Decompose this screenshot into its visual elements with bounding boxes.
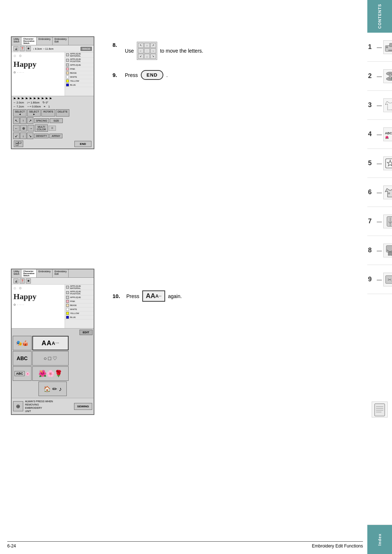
s2-color-blue: BLUE (65, 315, 94, 319)
center-btn[interactable]: ⊕ (20, 125, 27, 131)
selector-panel: EDIT 🎭🎪 AAA··· ABC ○ □ ♡ ABC 🌸 🌺🌸� (12, 328, 94, 398)
arrow-topright[interactable]: ↗ (27, 117, 33, 124)
aaa-button: A A A ··· (142, 290, 165, 302)
bottom-arrow-row: ↙ ↓ ↘ DENSITY ARRAY (13, 133, 92, 139)
arrow-right[interactable]: → (28, 125, 34, 131)
step10-suffix: again. (168, 293, 182, 299)
sel-btn-abc[interactable]: ABC (13, 351, 32, 366)
sidebar-item-6[interactable]: 6 — ✿ (367, 178, 392, 207)
svg-point-2 (386, 46, 388, 48)
x-pos: ↔ 2.0cm (13, 101, 24, 104)
aaa-dots: ··· (159, 294, 162, 298)
x-offset: ↔+ 0.00cm (27, 105, 41, 108)
screen2-canvas: ⊙ ⚙ Happy ✿ ·· ··· ·· (12, 285, 65, 328)
svg-rect-28 (19, 142, 21, 143)
screen-icon-3: 🔳 (26, 46, 31, 51)
tab-utility-stitch-1[interactable]: UtilityStitch (12, 37, 21, 45)
width: ↔ 7.2cm (13, 105, 24, 108)
delete-btn[interactable]: DELETE (56, 109, 69, 117)
step8-number: 8. (113, 42, 121, 48)
sidebar-item-3[interactable]: 3 — (367, 91, 392, 120)
grid-icon-btn[interactable] (14, 140, 23, 147)
spacing-btn[interactable]: SPACING (34, 118, 49, 123)
edit-button[interactable]: EDIT (79, 330, 93, 335)
density-btn[interactable]: DENSITY (34, 134, 49, 138)
tab-character-1[interactable]: CharacterDecorativeStitch (21, 37, 37, 45)
s2-swatch-am (66, 286, 69, 289)
selector-row-2: ABC ○ □ ♡ (13, 351, 93, 366)
color-item-applique-material: APPLIQUEMATERIAL (65, 52, 94, 58)
marker8: ⚑ (41, 97, 44, 101)
label-blue: BLUE (70, 84, 76, 86)
multicolor-btn[interactable]: MULTICOLOR (35, 125, 48, 132)
sidebar-item-9[interactable]: 9 — ✂ · · (367, 265, 392, 294)
sidebar-item-4[interactable]: 4 — ABC 🌺 (367, 120, 392, 149)
sidebar-item-8[interactable]: 8 — (367, 236, 392, 265)
sidebar-item-2[interactable]: 2 — (367, 62, 392, 91)
sel-btn-aaa[interactable]: AAA··· (32, 336, 69, 350)
sidebar-number-8: 8 (368, 247, 375, 254)
label-yellow: YELLOW (70, 80, 79, 82)
selector-row-4: 🏠 ✏ ♪ (13, 382, 93, 396)
contents-tab[interactable]: CONTENTS (367, 0, 392, 33)
sel-btn-hoop[interactable]: 🏠 ✏ ♪ (38, 382, 67, 396)
arrow-down[interactable]: ↓ (20, 133, 26, 139)
tab-embroidery-1[interactable]: Embroidery (37, 37, 53, 45)
tab-embroidery-edit-1[interactable]: EmbroideryEdit (53, 37, 69, 45)
ak-topright: ↗ (150, 43, 156, 48)
tab-embroidery-2[interactable]: Embroidery (37, 269, 53, 277)
measurements-controls-2: ↔ 7.2cm ↔+ 0.00cm ≡ 1 (13, 105, 92, 108)
array-btn[interactable]: ARRAY (49, 134, 62, 138)
sel-btn-shapes[interactable]: ○ □ ♡ (32, 351, 69, 366)
svg-rect-16 (388, 252, 390, 255)
select-left-btn[interactable]: SELECT◄ (13, 109, 26, 117)
sidebar-item-5[interactable]: 5 — (367, 149, 392, 178)
sel-btn-emoji[interactable]: 🎭🎪 (13, 336, 32, 350)
decorative-embroidery-2: ✿ ·· ··· ·· (13, 303, 63, 306)
rotate-btn[interactable]: ROTATE (41, 109, 55, 117)
select-right-btn[interactable]: SELECT► (27, 109, 41, 117)
index-tab[interactable]: Index (367, 525, 392, 554)
color-grid-btn[interactable]: ⊞ (49, 126, 56, 131)
screen1-tabs: UtilityStitch CharacterDecorativeStitch … (12, 37, 94, 45)
label-beige: BEIGE (70, 72, 77, 74)
right-sidebar: CONTENTS 1 — 2 — (367, 0, 392, 554)
step10-content: Press A A A ··· again. (126, 290, 182, 302)
arrow-topleft[interactable]: ↖ (13, 117, 20, 124)
marker3: ⚑ (21, 97, 24, 101)
svg-marker-11 (387, 160, 392, 166)
sidebar-item-1[interactable]: 1 — (367, 33, 392, 62)
tab-embroidery-edit-2[interactable]: EmbroideryEdit (53, 269, 69, 277)
size-btn[interactable]: SIZE (50, 118, 63, 123)
screen1-body: ⊙ ⚙ Happy ✿ ·· ··· ·· APPLIQUEMATERIAL A… (12, 52, 94, 96)
arrow-left[interactable]: ← (13, 125, 20, 131)
edit-btn-row: EDIT (13, 330, 93, 335)
sidebar-number-5: 5 (368, 159, 375, 167)
rotation: ↻ 0° (42, 101, 48, 104)
sidebar-number-3: 3 (368, 101, 375, 109)
page-footer: 6-24 Embroidery Edit Functions (7, 541, 363, 549)
sidebar-number-9: 9 (368, 276, 375, 283)
sidebar-item-7[interactable]: 7 — (367, 207, 392, 236)
decorative-embroidery: ✿ ·· ··· ·· (13, 71, 63, 74)
sel-btn-applique-abc[interactable]: ABC 🌸 (13, 366, 32, 381)
screen2-gear-icon: ⚙ (19, 286, 22, 290)
hoop-icon-btn[interactable]: ⊕ (13, 401, 23, 411)
tab-character-2[interactable]: CharacterDecorativeStitch (21, 269, 37, 277)
happy-text-2: Happy (13, 292, 63, 301)
end-button-1[interactable]: END (74, 141, 91, 147)
swatch-blue (66, 83, 69, 86)
swatch-beige (66, 72, 69, 74)
sidebar-item-notes[interactable] (367, 294, 392, 525)
sewing-button[interactable]: SEWING (74, 403, 92, 410)
arrow-up[interactable]: ↑ (20, 117, 26, 124)
sel-btn-decor[interactable]: 🌺🌸🌹 (32, 366, 69, 381)
color-item-pink: PINK (65, 67, 94, 71)
s2-color-applique-pos: APPLIQUEPOSITION (65, 290, 94, 296)
arrow-bottomleft[interactable]: ↙ (13, 133, 20, 139)
image-button[interactable]: IMAGE (81, 47, 92, 51)
tab-utility-stitch-2[interactable]: UtilityStitch (12, 269, 21, 277)
arrow-bottomright[interactable]: ↘ (27, 133, 33, 139)
icon-settings: ⚙ (19, 54, 22, 58)
sidebar-number-1: 1 (368, 43, 375, 51)
